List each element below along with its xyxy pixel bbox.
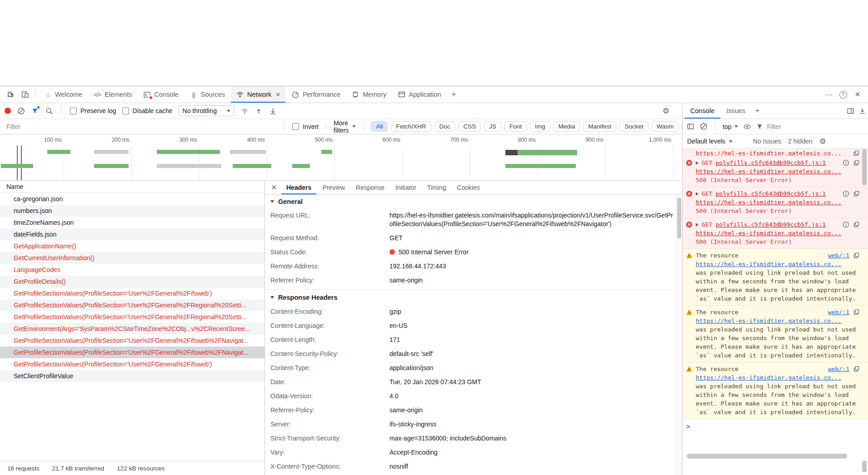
inspect-element-icon[interactable]	[4, 89, 17, 101]
error-url-link[interactable]: https://hel-es-ifsmidtier.gatelesis.co..…	[696, 229, 860, 238]
request-row[interactable]: GetProfileSectionValues(ProfileSection='…	[0, 335, 264, 346]
disable-cache-checkbox[interactable]: Disable cache	[122, 107, 173, 114]
request-row[interactable]: GetProfileSectionValues(ProfileSection='…	[0, 287, 264, 299]
name-column-header[interactable]: Name	[0, 181, 264, 193]
resource-url-link[interactable]: https://hel-es-ifsmidtier.gatelesis.co..…	[696, 317, 860, 325]
network-overview-timeline[interactable]: 100 ms 200 ms 300 ms 400 ms 500 ms 600 m…	[0, 134, 682, 181]
expand-triangle-icon[interactable]	[696, 161, 698, 165]
scrollbar-thumb[interactable]	[677, 198, 681, 238]
filter-chip[interactable]: Font	[504, 121, 527, 132]
console-settings-gear-icon[interactable]: ⚙	[819, 138, 826, 145]
resource-url-link[interactable]: https://hel-es-ifsmidtier.gatelesis.co..…	[696, 373, 860, 382]
filter-chip[interactable]: Fetch/XHR	[391, 121, 431, 132]
tab-elements[interactable]: </> Elements	[88, 86, 137, 103]
tab-welcome[interactable]: ⌂ Welcome	[39, 86, 87, 103]
tab-sources[interactable]: {} Sources	[185, 86, 230, 103]
info-icon[interactable]	[842, 190, 849, 198]
error-source-link[interactable]: polyfills.c5fc643db99ccb5f.js:1	[715, 158, 826, 167]
console-prompt[interactable]: >	[683, 419, 868, 434]
hidden-messages-count[interactable]: 2 hidden	[788, 138, 813, 145]
clear-console-icon[interactable]	[699, 123, 708, 131]
stack-trace-icon[interactable]	[853, 150, 860, 157]
stack-trace-icon[interactable]	[853, 252, 860, 259]
stack-trace-icon[interactable]	[853, 190, 860, 198]
request-row[interactable]: numbers.json	[0, 205, 264, 217]
console-sidebar-icon[interactable]	[686, 123, 694, 131]
request-row[interactable]: ca-gregorian.json	[0, 193, 264, 205]
info-icon[interactable]	[842, 159, 849, 167]
more-filters-dropdown[interactable]: More filters	[334, 119, 356, 134]
tab-preview[interactable]: Preview	[317, 181, 350, 194]
request-row[interactable]: GetProfileSectionValues(ProfileSection='…	[0, 311, 264, 323]
expand-triangle-icon[interactable]	[696, 223, 698, 227]
details-scrollbar[interactable]	[676, 195, 682, 475]
request-row[interactable]: GetEnvironment(Args='SysParam%2CSiteTime…	[0, 323, 264, 335]
help-icon[interactable]: ?	[836, 89, 850, 101]
collapse-drawer-icon[interactable]	[858, 107, 866, 115]
general-section-header[interactable]: General	[265, 195, 675, 208]
warning-source-link[interactable]: web/:1	[828, 308, 849, 317]
tab-application[interactable]: Application	[393, 86, 446, 103]
vertical-scrollbar-thumb[interactable]	[862, 149, 867, 185]
request-row[interactable]: dateFields.json	[0, 228, 264, 240]
request-row[interactable]: SetClientProfileValue	[0, 370, 264, 382]
throttling-select[interactable]: No throttling	[179, 105, 234, 116]
tab-console[interactable]: Console	[138, 86, 184, 103]
request-row[interactable]: LanguageCodes	[0, 264, 264, 276]
resource-url-link[interactable]: https://hel-es-ifsmidtier.gatelesis.co..…	[696, 260, 860, 268]
warning-source-link[interactable]: web/:1	[828, 365, 849, 373]
filter-chip[interactable]: Media	[554, 121, 580, 132]
network-settings-gear-icon[interactable]: ⚙	[663, 107, 669, 115]
add-tab-button[interactable]: +	[447, 89, 460, 101]
log-levels-dropdown[interactable]: Default levels	[687, 138, 733, 145]
tab-initiator[interactable]: Initiator	[390, 181, 421, 194]
tab-performance[interactable]: Performance	[286, 86, 345, 103]
filter-chip[interactable]: Img	[530, 121, 550, 132]
close-details-icon[interactable]: ✕	[268, 182, 280, 193]
filter-chip[interactable]: Manifest	[583, 121, 616, 132]
request-row[interactable]: timeZoneNames.json	[0, 217, 264, 228]
clear-network-log-icon[interactable]	[17, 107, 25, 115]
close-tab-icon[interactable]: ✕	[275, 91, 280, 98]
filter-chip[interactable]: Socket	[619, 121, 648, 132]
tab-response[interactable]: Response	[351, 181, 389, 194]
request-row[interactable]: GetProfileSectionValues(ProfileSection='…	[0, 358, 264, 370]
request-row[interactable]: GetApplicationName()	[0, 240, 264, 252]
export-har-icon[interactable]	[269, 107, 277, 115]
tab-issues[interactable]: Issues	[720, 103, 751, 119]
filter-icon[interactable]	[31, 107, 39, 115]
error-source-link[interactable]: polyfills.c5fc643db99ccb5f.js:1	[715, 189, 826, 198]
network-conditions-icon[interactable]	[240, 107, 249, 115]
request-row[interactable]: GetCurrentUserInformation()	[0, 252, 264, 264]
tab-headers[interactable]: Headers	[281, 181, 316, 194]
filter-chip[interactable]: JS	[484, 121, 501, 132]
stack-trace-icon[interactable]	[853, 159, 860, 167]
horizontal-scrollbar-thumb[interactable]	[687, 454, 847, 459]
tab-network[interactable]: Network ✕	[231, 86, 285, 103]
issues-status[interactable]: No Issues	[753, 138, 781, 145]
close-devtools-icon[interactable]: ✕	[851, 89, 864, 101]
stack-trace-icon[interactable]	[853, 309, 860, 316]
vertical-scrollbar-thumb[interactable]	[862, 460, 867, 472]
error-url-link[interactable]: https://hel-es-ifsmidtier.gatelesis.co..…	[696, 149, 842, 156]
stack-trace-icon[interactable]	[853, 221, 860, 228]
error-url-link[interactable]: https://hel-es-ifsmidtier.gatelesis.co..…	[696, 167, 860, 176]
request-row[interactable]: GetProfileDetails()	[0, 276, 264, 287]
tab-cookies[interactable]: Cookies	[452, 181, 485, 194]
more-options-icon[interactable]: ⋯	[822, 89, 835, 101]
search-icon[interactable]	[45, 107, 53, 115]
network-filter-input[interactable]: Filter	[6, 123, 277, 130]
tab-timing[interactable]: Timing	[422, 181, 451, 194]
response-headers-section-header[interactable]: Response Headers	[265, 289, 675, 305]
request-row[interactable]: GetProfileSectionValues(ProfileSection='…	[0, 299, 264, 311]
dock-panel-icon[interactable]	[846, 107, 854, 115]
filter-chip[interactable]: All	[371, 121, 388, 132]
request-row[interactable]: GetProfileSectionValues(ProfileSection='…	[0, 346, 264, 358]
tab-memory[interactable]: Memory	[346, 86, 391, 103]
record-button[interactable]	[5, 108, 11, 114]
warning-source-link[interactable]: web/:1	[828, 251, 849, 260]
filter-chip[interactable]: CSS	[459, 121, 481, 132]
filter-chip[interactable]: Wasm	[652, 121, 679, 132]
filter-chip[interactable]: Doc	[434, 121, 455, 132]
execution-context-select[interactable]: top	[723, 123, 738, 130]
